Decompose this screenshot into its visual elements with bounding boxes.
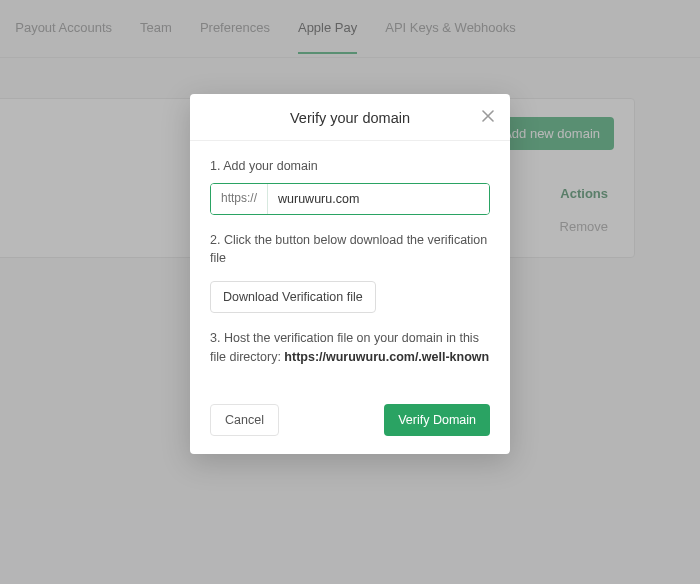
step-3-path: https://wuruwuru.com/.well-known	[284, 350, 489, 364]
modal-title: Verify your domain	[206, 110, 494, 126]
modal-header: Verify your domain	[190, 94, 510, 141]
domain-input-group: https://	[210, 183, 490, 215]
step-2-label: 2. Click the button below download the v…	[210, 231, 490, 267]
cancel-button[interactable]: Cancel	[210, 404, 279, 436]
verify-domain-button[interactable]: Verify Domain	[384, 404, 490, 436]
modal-overlay: Verify your domain 1. Add your domain ht…	[0, 0, 700, 584]
modal-body: 1. Add your domain https:// 2. Click the…	[190, 141, 510, 380]
protocol-prefix: https://	[211, 184, 268, 214]
verify-domain-modal: Verify your domain 1. Add your domain ht…	[190, 94, 510, 454]
domain-input[interactable]	[268, 184, 489, 214]
close-icon[interactable]	[478, 106, 498, 126]
step-1-label: 1. Add your domain	[210, 157, 490, 175]
step-3-label: 3. Host the verification file on your do…	[210, 329, 490, 365]
modal-footer: Cancel Verify Domain	[190, 390, 510, 454]
download-verification-button[interactable]: Download Verification file	[210, 281, 376, 313]
